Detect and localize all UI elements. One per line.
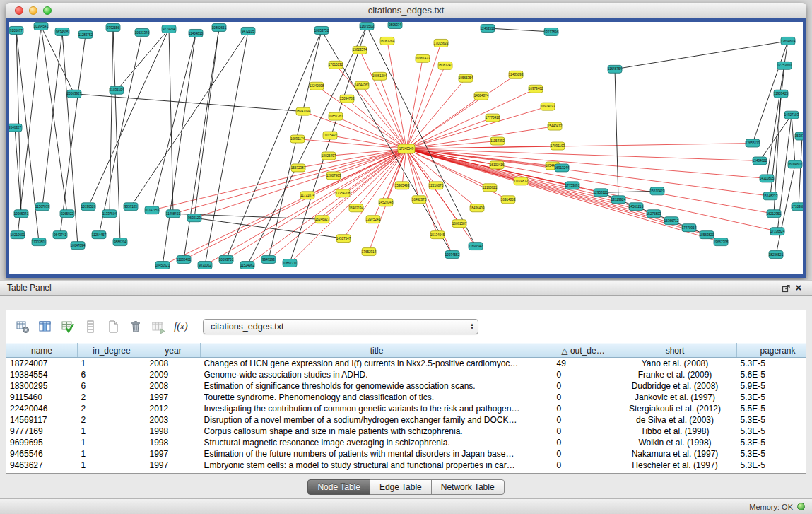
graph-node[interactable]: 12807963 [326,172,341,180]
graph-node[interactable]: 9279354 [162,25,176,33]
graph-node[interactable]: 15094783 [340,95,355,103]
graph-node[interactable]: 16246927 [315,216,330,223]
graph-node[interactable]: 9857183 [124,203,138,211]
graph-node[interactable]: 17015633 [434,39,449,47]
graph-node[interactable]: 14529348 [379,199,394,206]
graph-node[interactable]: 10853752 [314,26,329,34]
graph-node[interactable]: 11302801 [32,238,47,246]
table-row[interactable]: 946554611997Estimation of the future num… [6,448,806,460]
close-panel-icon[interactable]: × [792,282,805,293]
graph-hub-node[interactable]: 17240549 [398,144,415,153]
graph-node[interactable]: 10210601 [11,231,25,239]
column-header-out_de[interactable]: △ out_de… [553,344,613,358]
graph-node[interactable]: 12242008 [310,82,324,90]
graph-node[interactable]: 14310805 [760,175,775,182]
graph-node[interactable]: 11524962 [240,262,255,269]
table-row[interactable]: 969969511998Structural magnetic resonanc… [6,437,806,448]
table-row[interactable]: 1872400712008Changes of HCN gene express… [6,358,806,370]
graph-node[interactable]: 11337504 [102,210,117,218]
graph-node[interactable]: 11015437 [323,132,338,139]
minimize-window-button[interactable] [29,6,37,15]
graph-node[interactable]: 14684874 [474,92,489,100]
graph-node[interactable]: 9792556 [106,23,120,31]
graph-node[interactable]: 13484622 [753,157,767,165]
float-panel-icon[interactable] [779,282,792,293]
graph-node[interactable]: 17103603 [792,203,803,211]
graph-node[interactable]: 11154392 [490,137,505,145]
column-header-pagerank[interactable]: pagerank [737,344,806,358]
graph-node[interactable]: 19662308 [714,238,729,246]
graph-node[interactable]: 10693751 [219,256,234,264]
tab-edge-table[interactable]: Edge Table [370,479,432,495]
graph-node[interactable]: 21035104 [110,86,124,94]
graph-node[interactable]: 14044361 [355,81,370,89]
graph-node[interactable]: 11675503 [360,22,375,30]
function-builder-icon[interactable]: f(x) [172,317,190,336]
graph-node[interactable]: 10521340 [135,28,150,36]
row-height-icon[interactable] [81,317,100,336]
graph-node[interactable]: 20663923 [67,90,82,98]
graph-node[interactable]: 16402194 [349,204,364,212]
table-row[interactable]: 1938455462009Genome-wide association stu… [6,369,806,380]
graph-node[interactable]: 16061587 [452,220,467,228]
graph-node[interactable]: 17470954 [682,224,697,232]
graph-node[interactable]: 16366712 [664,217,679,225]
graph-node[interactable]: 18025497 [322,152,336,160]
column-header-name[interactable]: name [6,344,78,358]
graph-node[interactable]: 9643741 [53,231,67,239]
graph-node[interactable]: 17354208 [336,189,351,197]
zoom-window-button[interactable] [43,6,52,15]
graph-node[interactable]: 9265922 [60,210,74,218]
graph-node[interactable]: 15440412 [548,122,563,130]
graph-node[interactable]: 14561216 [629,203,644,211]
graph-node[interactable]: 10196526 [81,203,96,211]
graph-node[interactable]: 13975241 [366,216,381,223]
table-row[interactable]: 2242004622012Investigating the contribut… [6,403,806,414]
graph-node[interactable]: 16973462 [529,85,543,93]
graph-node[interactable]: 16061264 [380,37,395,45]
graph-node[interactable]: 11567039 [35,203,50,211]
graph-node[interactable]: 12485093 [509,71,524,78]
window-titlebar[interactable]: citations_edges.txt [6,3,806,18]
graph-node[interactable]: 16492375 [412,196,427,204]
graph-node[interactable]: 15148233 [763,192,778,200]
table-row[interactable]: 1830029562008Estimation of significance … [6,380,806,392]
graph-node[interactable]: 11498421 [166,210,181,218]
tab-network-table[interactable]: Network Table [431,479,505,495]
graph-node[interactable]: 18236521 [769,251,784,259]
graph-node[interactable]: 17091103 [551,142,565,150]
graph-node[interactable]: 11074872 [514,177,529,185]
table-source-select[interactable]: citations_edges.txt ▲ ▼ [203,319,478,334]
graph-node[interactable]: 10974552 [445,251,460,259]
graph-node[interactable]: 10450521 [155,262,170,269]
column-header-year[interactable]: year [146,344,201,358]
graph-node[interactable]: 13217896 [544,28,559,35]
graph-node[interactable]: 12463510 [481,24,495,32]
table-row[interactable]: 977716911998Corpus callosum shape and si… [6,426,806,437]
table-mode-icon[interactable] [13,317,32,336]
show-columns-icon[interactable] [36,317,54,336]
graph-node[interactable]: 16212951 [767,210,782,218]
import-table-icon[interactable] [149,317,167,336]
graph-node[interactable]: 17652914 [362,248,377,256]
graph-node[interactable]: 16102416 [490,161,505,169]
graph-node[interactable]: 11731074 [300,192,315,199]
graph-node[interactable]: 9830062 [198,262,212,269]
graph-node[interactable]: 10802651 [212,23,227,31]
column-header-in_degree[interactable]: in_degree [78,344,146,358]
graph-node[interactable]: 10364541 [34,22,49,30]
graph-node[interactable]: 17336824 [770,228,785,235]
graph-node[interactable]: 9105677 [9,26,23,34]
graph-node[interactable]: 11404810 [189,29,204,37]
graph-node[interactable]: 12216076 [429,182,444,189]
graph-node[interactable]: 17770418 [486,114,500,122]
graph-node[interactable]: 14517547 [336,235,351,243]
graph-node[interactable]: 18436409 [470,204,485,212]
graph-node[interactable]: 11254457 [92,231,107,239]
network-graph-canvas[interactable]: 1606126415823574170151321224200818347094… [9,22,803,274]
tab-node-table[interactable]: Node Table [307,479,370,495]
graph-node[interactable]: 12160621 [483,184,498,192]
graph-node[interactable]: 12753090 [777,62,792,69]
graph-node[interactable]: 9886204 [113,238,127,246]
graph-node[interactable]: 12655110 [746,139,760,147]
